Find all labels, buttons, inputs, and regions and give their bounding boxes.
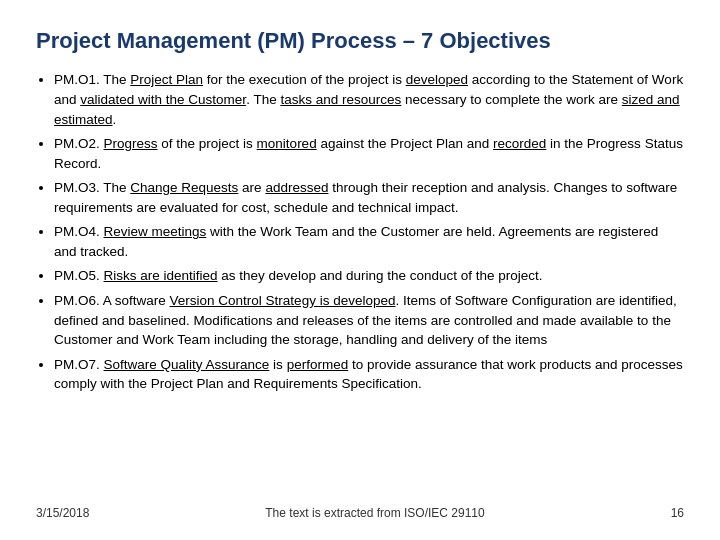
list-item: PM.O5. Risks are identified as they deve… bbox=[54, 266, 684, 286]
footer-date: 3/15/2018 bbox=[36, 506, 96, 520]
slide-title: Project Management (PM) Process – 7 Obje… bbox=[36, 28, 684, 54]
list-item: PM.O2. Progress of the project is monito… bbox=[54, 134, 684, 173]
footer-source: The text is extracted from ISO/IEC 29110 bbox=[96, 506, 654, 520]
slide-content: PM.O1. The Project Plan for the executio… bbox=[36, 70, 684, 496]
slide-footer: 3/15/2018 The text is extracted from ISO… bbox=[36, 506, 684, 520]
list-item: PM.O7. Software Quality Assurance is per… bbox=[54, 355, 684, 394]
list-item: PM.O3. The Change Requests are addressed… bbox=[54, 178, 684, 217]
list-item: PM.O1. The Project Plan for the executio… bbox=[54, 70, 684, 129]
footer-page: 16 bbox=[654, 506, 684, 520]
list-item: PM.O6. A software Version Control Strate… bbox=[54, 291, 684, 350]
list-item: PM.O4. Review meetings with the Work Tea… bbox=[54, 222, 684, 261]
objectives-list: PM.O1. The Project Plan for the executio… bbox=[36, 70, 684, 393]
slide: Project Management (PM) Process – 7 Obje… bbox=[0, 0, 720, 540]
